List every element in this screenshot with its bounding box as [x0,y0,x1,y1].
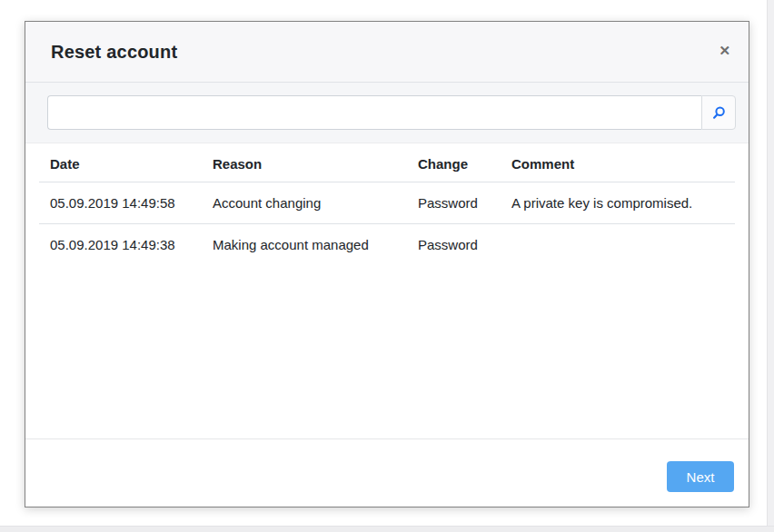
column-header-change: Change [407,146,501,182]
search-button[interactable] [701,95,736,130]
column-header-comment: Comment [501,146,735,182]
page-scrollbar-horizontal[interactable] [0,526,774,532]
table-cell: Making account managed [202,224,407,266]
page-scrollbar-vertical[interactable] [767,0,774,532]
table-cell: Password [407,182,501,224]
search-icon [711,105,727,121]
dialog-body: Date Reason Change Comment 05.09.2019 14… [25,143,749,438]
dialog-footer: Next [25,438,749,507]
table-cell: 05.09.2019 14:49:58 [39,182,202,224]
table-cell: 05.09.2019 14:49:38 [39,224,202,266]
table-cell: A private key is compromised. [501,182,735,224]
table-cell [501,224,735,266]
column-header-date: Date [39,146,202,182]
column-header-reason: Reason [202,146,407,182]
history-table: Date Reason Change Comment 05.09.2019 14… [39,146,735,265]
dialog-header: Reset account ✕ [25,22,749,83]
table-row[interactable]: 05.09.2019 14:49:58Account changingPassw… [39,182,735,224]
history-table-body: 05.09.2019 14:49:58Account changingPassw… [39,182,735,266]
search-input[interactable] [47,95,701,130]
close-button[interactable]: ✕ [715,40,734,61]
close-icon: ✕ [719,43,730,58]
table-cell: Password [407,224,501,266]
reset-account-dialog: Reset account ✕ Date Reason Change Comm [25,21,749,507]
next-button[interactable]: Next [667,461,734,492]
page-title: Reset account [51,42,177,63]
table-cell: Account changing [202,182,407,224]
table-row[interactable]: 05.09.2019 14:49:38Making account manage… [39,224,735,266]
table-header-row: Date Reason Change Comment [39,146,735,182]
search-section [25,83,749,143]
